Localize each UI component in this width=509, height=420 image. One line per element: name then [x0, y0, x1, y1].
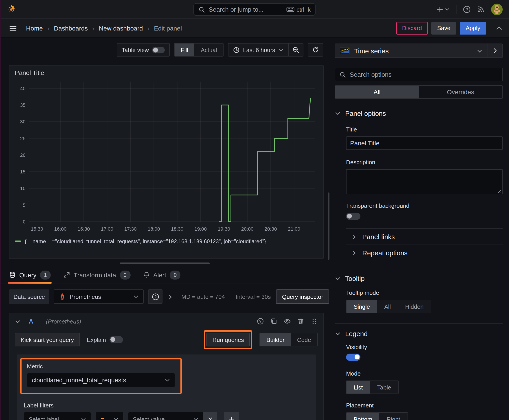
close-icon	[207, 416, 213, 420]
new-menu-button[interactable]	[436, 6, 450, 13]
apply-button[interactable]: Apply	[460, 22, 486, 34]
options-search	[335, 68, 503, 81]
title-label: Title	[346, 126, 503, 133]
transparent-background-toggle[interactable]	[346, 213, 360, 220]
query-count-badge: 1	[40, 270, 51, 279]
collapse-query-chevron[interactable]	[15, 318, 21, 324]
breadcrumb-separator: ›	[92, 24, 94, 32]
keyboard-icon	[286, 7, 294, 12]
code-option[interactable]: Code	[291, 333, 317, 346]
top-bar: Search or jump to... ctrl+k	[0, 0, 509, 19]
builder-option[interactable]: Builder	[260, 333, 291, 346]
legend-visibility-toggle[interactable]	[346, 354, 360, 361]
grafana-logo[interactable]	[6, 4, 16, 14]
title-input[interactable]: Panel Title	[346, 136, 503, 150]
repeat-options-section[interactable]: Repeat options	[346, 245, 503, 261]
panel-links-section[interactable]: Panel links	[346, 228, 503, 245]
tooltip-header[interactable]: Tooltip	[335, 275, 503, 282]
panel-preview: Panel Title 051015202530354015:3016:0016…	[9, 65, 324, 259]
select-label-dropdown[interactable]: Select label	[24, 412, 91, 420]
legend-header[interactable]: Legend	[335, 330, 503, 338]
tab-transform-data[interactable]: Transform data 0	[63, 266, 130, 284]
tooltip-mode-all[interactable]: All	[377, 300, 398, 313]
series-color-mark[interactable]	[15, 240, 21, 242]
operator-dropdown[interactable]: =	[96, 412, 123, 420]
select-label-placeholder: Select label	[29, 416, 59, 420]
timeseries-chart[interactable]: 051015202530354015:3016:0016:3017:0017:3…	[14, 78, 318, 236]
placement-bottom[interactable]: Bottom	[347, 413, 379, 420]
tab-all[interactable]: All	[335, 86, 419, 98]
drag-handle[interactable]	[311, 317, 318, 325]
remove-filter-button[interactable]	[203, 412, 217, 420]
run-queries-button[interactable]: Run queries	[207, 333, 250, 346]
options-search-input[interactable]	[350, 71, 498, 78]
tooltip-mode-hidden[interactable]: Hidden	[398, 300, 431, 313]
actual-option[interactable]: Actual	[195, 44, 223, 56]
svg-text:17:00: 17:00	[101, 226, 113, 232]
query-help-button[interactable]	[257, 317, 264, 325]
time-range-control: Last 6 hours	[228, 43, 304, 57]
collapse-sidebar-button[interactable]	[487, 44, 502, 57]
breadcrumb-separator: ›	[147, 24, 150, 32]
tooltip-mode-single[interactable]: Single	[347, 300, 377, 313]
news-button[interactable]	[477, 5, 485, 13]
search-icon	[198, 6, 205, 13]
refresh-button[interactable]	[308, 46, 323, 53]
panel-options-header[interactable]: Panel options	[335, 110, 503, 117]
chevron-right-icon	[351, 250, 357, 255]
chart-area: 051015202530354015:3016:0016:3017:0017:3…	[9, 76, 323, 237]
collapse-options-button[interactable]	[495, 24, 503, 32]
save-button[interactable]: Save	[431, 22, 456, 34]
datasource-picker[interactable]: Prometheus	[54, 289, 144, 304]
vertical-scrollbar[interactable]	[328, 193, 329, 260]
explain-toggle[interactable]	[109, 336, 123, 343]
legend-mode-table[interactable]: Table	[370, 381, 398, 394]
breadcrumb: Home › Dashboards › New dashboard › Edit…	[26, 24, 182, 32]
breadcrumb-dashboards[interactable]: Dashboards	[54, 24, 88, 32]
zoom-out-button[interactable]	[289, 46, 303, 53]
select-value-dropdown[interactable]: Select value	[128, 412, 203, 420]
duplicate-query-button[interactable]	[270, 317, 277, 325]
mega-menu-button[interactable]	[9, 24, 17, 32]
query-inspector-button[interactable]: Query inspector	[276, 289, 329, 304]
kick-start-button[interactable]: Kick start your query	[15, 333, 80, 346]
user-avatar[interactable]	[491, 3, 503, 15]
panel-title[interactable]: Panel Title	[9, 66, 323, 76]
breadcrumb-home[interactable]: Home	[26, 24, 43, 32]
help-button[interactable]	[463, 5, 471, 13]
panel-preview-controls: Table view Fill Actual Last 6 hours	[0, 43, 323, 57]
discard-button[interactable]: Discard	[396, 22, 428, 34]
placement-right[interactable]: Right	[379, 413, 407, 420]
horizontal-scrollbar[interactable]	[120, 262, 210, 264]
refresh-control	[308, 43, 323, 57]
query-options-summary[interactable]: MD = auto = 704 Interval = 30s	[181, 293, 271, 300]
global-search[interactable]: Search or jump to... ctrl+k	[193, 3, 316, 16]
query-editor-card: A (Prometheus) Kick start your query Exp…	[9, 313, 324, 420]
tab-overrides[interactable]: Overrides	[419, 86, 502, 98]
tab-alert[interactable]: Alert 0	[143, 266, 181, 284]
table-view-toggle[interactable]	[152, 46, 165, 53]
tab-query[interactable]: Query 1	[9, 266, 51, 284]
options-filter-tabs: All Overrides	[335, 85, 503, 99]
fill-option[interactable]: Fill	[174, 44, 194, 56]
datasource-help-button[interactable]	[148, 289, 162, 304]
metric-value: cloudflared_tunnel_total_requests	[32, 376, 126, 384]
resize-grip[interactable]	[497, 189, 501, 193]
delete-query-button[interactable]	[297, 317, 304, 325]
visualization-select[interactable]: Time series	[335, 44, 487, 57]
clock-icon	[233, 46, 240, 53]
expand-options-button[interactable]	[167, 293, 173, 300]
explain-label: Explain	[87, 336, 106, 343]
metric-select[interactable]: cloudflared_tunnel_total_requests	[27, 373, 175, 387]
toggle-visibility-button[interactable]	[284, 317, 291, 325]
query-ref-id[interactable]: A	[29, 318, 33, 325]
legend-mode-list[interactable]: List	[347, 381, 370, 394]
main-area: Table view Fill Actual Last 6 hours	[0, 38, 331, 420]
chevron-right-icon	[492, 48, 498, 54]
add-filter-button[interactable]	[224, 412, 239, 420]
series-label[interactable]: {__name__="cloudflared_tunnel_total_requ…	[25, 238, 266, 245]
description-textarea[interactable]	[346, 169, 503, 194]
time-range-picker[interactable]: Last 6 hours	[229, 44, 288, 56]
breadcrumb-new-dashboard[interactable]: New dashboard	[99, 24, 143, 32]
editor-tabs: Query 1 Transform data 0 Alert 0	[0, 266, 331, 284]
